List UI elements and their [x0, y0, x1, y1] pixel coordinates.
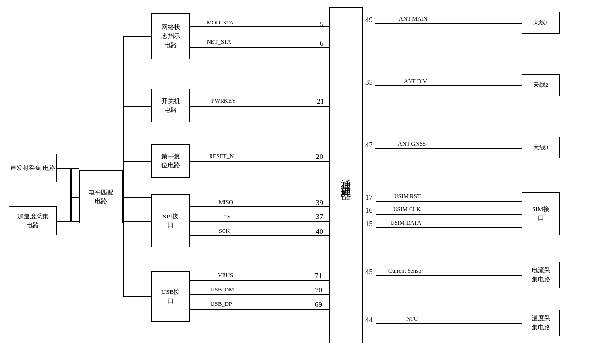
mod-sta-pin: 5	[320, 20, 323, 28]
ant-main-line	[375, 23, 522, 24]
antenna3-box: 天线3	[522, 137, 560, 158]
accel-to-junction	[57, 221, 71, 222]
antenna2-label: 天线2	[533, 81, 549, 89]
ant-gnss-line	[375, 148, 522, 149]
current-sensor-box: 电流采集电路	[522, 262, 560, 288]
sim-interface-label: SIM接口	[532, 205, 549, 222]
net-sta-signal-label: NET_STA	[207, 38, 231, 46]
accel-circuit-label: 加速度采集电路	[17, 212, 49, 230]
sck-line	[190, 235, 329, 236]
usim-rst-signal-label: USIM RST	[394, 193, 421, 200]
usim-data-signal-label: USIM DATA	[390, 219, 421, 227]
sound-accel-connector	[71, 168, 72, 221]
ant-div-line	[375, 85, 522, 86]
usim-rst-line	[376, 201, 522, 202]
level-match-label: 电平匹配电路	[88, 188, 113, 206]
antenna1-label: 天线1	[533, 18, 549, 27]
sound-to-junction	[57, 168, 71, 169]
ntc-line	[376, 323, 522, 324]
level-to-spi-horiz	[123, 221, 151, 222]
usb-dp-pin: 69	[315, 301, 322, 309]
ntc-signal-label: NTC	[406, 315, 418, 323]
usim-clk-signal-label: USIM CLK	[393, 206, 421, 213]
power-switch-box: 开关机电路	[151, 89, 190, 122]
pwrkey-pin: 21	[317, 97, 324, 106]
current-sensor-signal-label: Current Sensor	[388, 267, 423, 275]
usb-dp-signal-label: USB_DP	[211, 301, 232, 308]
mod-sta-line	[190, 26, 329, 27]
temp-sensor-label: 温度采集电路	[532, 314, 550, 331]
usim-rst-pin: 17	[365, 194, 372, 202]
level-to-reset	[123, 161, 151, 162]
ant-main-pin: 49	[365, 16, 372, 24]
comm-processor-label: 通信处理器	[333, 24, 359, 331]
usb-interface-label: USB接口	[161, 288, 180, 305]
vbus-pin: 71	[315, 272, 322, 280]
miso-pin: 39	[316, 199, 323, 207]
reset-circuit-box: 第一复位电路	[151, 144, 190, 178]
power-switch-label: 开关机电路	[161, 97, 180, 114]
accel-circuit-box: 加速度采集电路	[9, 206, 57, 235]
miso-signal-label: MISO	[219, 199, 233, 206]
current-sensor-label: 电流采集电路	[532, 266, 550, 283]
ant-gnss-pin: 47	[365, 141, 372, 149]
level-to-bus-bottom	[123, 197, 151, 198]
left-bus-vertical	[123, 36, 124, 197]
sck-pin: 40	[316, 228, 323, 236]
antenna3-label: 天线3	[533, 143, 549, 152]
level-to-bus-top	[123, 36, 151, 37]
net-status-box: 网络状态指示电路	[151, 13, 190, 59]
spi-interface-box: SPI接口	[151, 194, 190, 247]
usb-dm-line	[190, 294, 329, 295]
level-to-power-switch	[123, 106, 151, 107]
ant-main-signal-label: ANT MAIN	[399, 15, 427, 23]
cs-signal-label: CS	[224, 213, 231, 220]
spi-interface-label: SPI接口	[163, 212, 178, 230]
reset-n-signal-label: RESET_N	[209, 153, 234, 160]
usim-clk-line	[376, 214, 522, 215]
sound-circuit-label: 声发射采集 电路	[10, 164, 55, 172]
temp-sensor-box: 温度采集电路	[522, 310, 560, 336]
current-sensor-pin: 45	[365, 268, 372, 276]
vbus-signal-label: VBUS	[218, 272, 233, 279]
usb-interface-box: USB接口	[151, 271, 190, 322]
usim-data-line	[376, 227, 522, 228]
usb-dm-signal-label: USB_DM	[211, 286, 234, 293]
sound-circuit-box: 声发射采集 电路	[9, 154, 57, 182]
circuit-diagram: 声发射采集 电路 加速度采集电路 电平匹配电路 网络状态指示电路 开关机电路 第…	[0, 0, 596, 364]
miso-line	[190, 206, 329, 207]
sim-interface-box: SIM接口	[522, 192, 560, 235]
usb-dm-pin: 70	[315, 286, 322, 294]
left-bus-lower	[123, 197, 124, 296]
cs-line	[190, 221, 329, 222]
ant-div-signal-label: ANT DIV	[404, 78, 427, 85]
junction-to-levelbox	[71, 197, 79, 198]
current-sensor-line	[376, 275, 522, 276]
antenna1-box: 天线1	[522, 12, 560, 34]
pwrkey-line	[190, 106, 329, 107]
usb-dp-line	[190, 309, 329, 310]
cs-pin: 37	[316, 213, 323, 221]
vbus-line	[190, 280, 329, 281]
pwrkey-signal-label: PWRKEY	[211, 97, 236, 105]
level-match-box: 电平匹配电路	[79, 170, 123, 223]
reset-n-pin: 20	[316, 153, 323, 161]
reset-n-line	[190, 161, 329, 162]
net-status-label: 网络状态指示电路	[161, 23, 180, 49]
mod-sta-signal-label: MOD_STA	[207, 19, 234, 26]
net-sta-pin: 6	[320, 39, 323, 48]
reset-circuit-label: 第一复位电路	[161, 152, 180, 170]
usim-data-pin: 15	[365, 220, 372, 228]
ant-gnss-signal-label: ANT GNSS	[398, 140, 426, 147]
ant-div-pin: 35	[365, 78, 372, 86]
usim-clk-pin: 16	[365, 206, 372, 215]
level-to-usb-horiz	[123, 296, 151, 297]
antenna2-box: 天线2	[522, 74, 560, 96]
ntc-pin: 44	[365, 316, 372, 324]
net-sta-line	[190, 47, 329, 48]
sck-signal-label: SCK	[219, 228, 230, 235]
